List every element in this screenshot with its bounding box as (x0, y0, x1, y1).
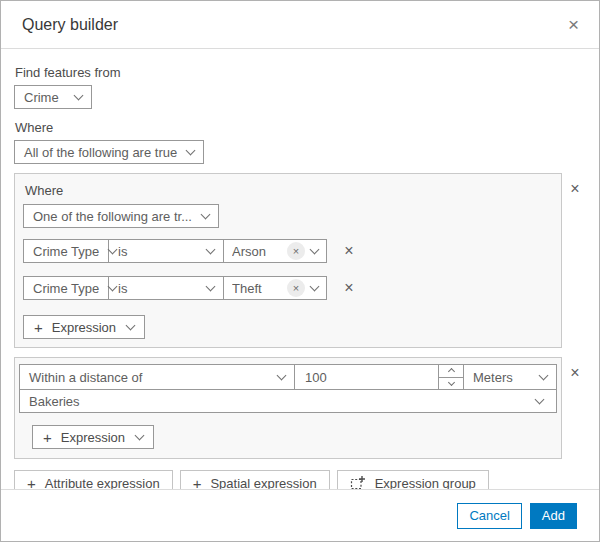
target-layer-select[interactable]: Bakeries (19, 389, 557, 413)
spatial-expression-label: Spatial expression (210, 476, 316, 490)
add-expression-label: Expression (52, 320, 116, 335)
attribute-expression-label: Attribute expression (45, 476, 160, 490)
chevron-down-icon (74, 90, 84, 100)
chevron-down-icon (310, 281, 320, 291)
chevron-down-icon (535, 394, 545, 404)
stepper-up-button[interactable] (439, 365, 463, 377)
operator-select[interactable]: is (108, 276, 224, 300)
add-expression-label: Expression (61, 430, 125, 445)
chevron-down-icon (447, 379, 454, 386)
value-select[interactable]: Theft × (223, 276, 327, 300)
operator-select-value: is (118, 244, 127, 259)
distance-input[interactable] (295, 370, 438, 385)
add-expression-button[interactable]: + Expression (32, 425, 154, 449)
add-spatial-expression-button[interactable]: + Spatial expression (180, 470, 330, 489)
expression-segments: Crime Type is Arson × (23, 239, 327, 263)
chevron-up-icon (447, 368, 454, 375)
field-select[interactable]: Crime Type (23, 239, 109, 263)
dialog-close-button[interactable]: × (564, 13, 583, 36)
close-icon: × (293, 283, 299, 294)
group-combine-mode-value: One of the following are tr... (33, 209, 192, 224)
expression-group-row: Where One of the following are tr... Cri… (14, 173, 587, 348)
remove-value-chip[interactable]: × (287, 279, 305, 297)
value-select-value: Arson (232, 244, 287, 259)
close-icon: × (293, 246, 299, 257)
chevron-down-icon (186, 145, 196, 155)
combine-mode-select[interactable]: All of the following are true (14, 140, 204, 164)
chevron-down-icon (206, 281, 216, 291)
distance-input-wrap (294, 364, 439, 390)
operator-select-value: is (118, 281, 127, 296)
plus-icon: + (34, 320, 43, 335)
chevron-down-icon (539, 370, 549, 380)
expression-actions: + Attribute expression + Spatial express… (14, 470, 587, 489)
where-label: Where (15, 120, 587, 135)
plus-icon: + (27, 476, 36, 490)
close-icon: × (568, 15, 579, 34)
layer-select[interactable]: Crime (14, 85, 92, 109)
cancel-button[interactable]: Cancel (457, 503, 521, 529)
expression-segments: Crime Type is Theft × (23, 276, 327, 300)
remove-expression-button[interactable]: × (338, 278, 360, 298)
expression-group-label: Expression group (375, 476, 476, 490)
group-combine-mode-select[interactable]: One of the following are tr... (23, 204, 219, 228)
dialog-header: Query builder × (1, 1, 599, 49)
remove-group-button[interactable]: × (564, 363, 586, 383)
spatial-expression-row: Within a distance of (14, 357, 587, 459)
query-builder-dialog: Query builder × Find features from Crime… (0, 0, 600, 542)
field-select[interactable]: Crime Type (23, 276, 109, 300)
close-icon: × (344, 243, 353, 259)
field-select-value: Crime Type (33, 281, 99, 296)
field-select-value: Crime Type (33, 244, 99, 259)
dialog-footer: Cancel Add (1, 489, 599, 541)
distance-row: Within a distance of (19, 364, 557, 390)
spatial-mode-value: Within a distance of (29, 370, 142, 385)
group-where-label: Where (25, 183, 553, 198)
remove-group-button[interactable]: × (564, 179, 586, 199)
value-select[interactable]: Arson × (223, 239, 327, 263)
value-select-value: Theft (232, 281, 287, 296)
close-icon: × (570, 181, 579, 197)
operator-select[interactable]: is (108, 239, 224, 263)
chevron-down-icon (201, 209, 211, 219)
plus-icon: + (193, 476, 202, 490)
nested-expression-group: Where One of the following are tr... Cri… (14, 173, 562, 348)
distance-stepper (438, 364, 464, 390)
chevron-down-icon (135, 430, 145, 440)
dialog-title: Query builder (22, 16, 118, 34)
add-attribute-expression-button[interactable]: + Attribute expression (14, 470, 173, 489)
layer-select-value: Crime (24, 90, 59, 105)
dialog-body: Find features from Crime Where All of th… (1, 49, 599, 489)
close-icon: × (344, 280, 353, 296)
add-expression-button[interactable]: + Expression (23, 315, 145, 339)
chevron-down-icon (206, 244, 216, 254)
unit-select-value: Meters (473, 370, 513, 385)
expression-group-icon (350, 475, 366, 489)
spatial-mode-select[interactable]: Within a distance of (19, 364, 295, 390)
spatial-expression-group: Within a distance of (14, 357, 562, 459)
add-expression-group-button[interactable]: Expression group (337, 470, 489, 489)
chevron-down-icon (277, 370, 287, 380)
close-icon: × (570, 365, 579, 381)
plus-icon: + (43, 430, 52, 445)
chevron-down-icon (310, 244, 320, 254)
unit-select[interactable]: Meters (463, 364, 557, 390)
remove-expression-button[interactable]: × (338, 241, 360, 261)
target-layer-value: Bakeries (29, 394, 80, 409)
chevron-down-icon (126, 320, 136, 330)
add-button[interactable]: Add (530, 503, 577, 529)
expression-row: Crime Type is Theft × (23, 276, 553, 300)
remove-value-chip[interactable]: × (287, 242, 305, 260)
find-features-label: Find features from (15, 65, 587, 80)
expression-row: Crime Type is Arson × (23, 239, 553, 263)
stepper-down-button[interactable] (439, 377, 463, 390)
combine-mode-value: All of the following are true (24, 145, 177, 160)
